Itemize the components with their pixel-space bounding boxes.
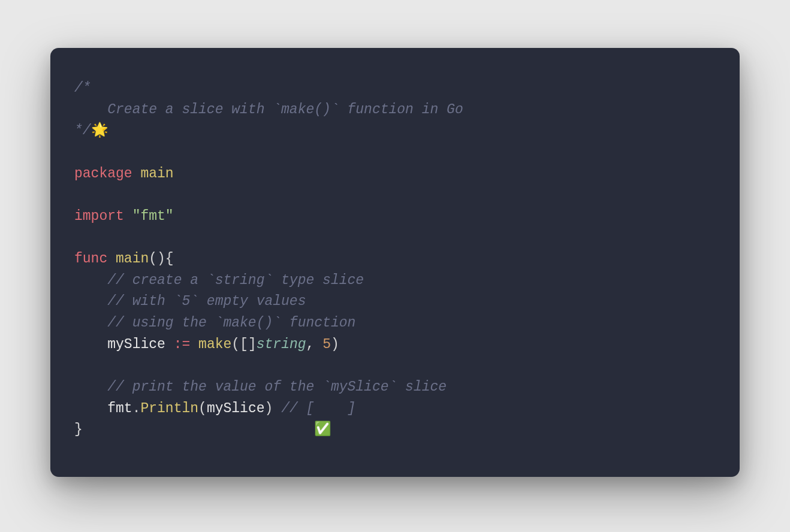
identifier: mySlice: [107, 337, 165, 352]
space: [124, 208, 132, 224]
code-block: /* Create a slice with `make()` function…: [74, 78, 716, 441]
space: [165, 337, 174, 352]
comment-line: // with `5` empty values: [107, 294, 306, 309]
operator: :=: [174, 337, 191, 352]
identifier: mySlice: [207, 401, 265, 416]
builtin-make: make: [198, 337, 231, 352]
indent: [74, 401, 107, 416]
keyword-func: func: [74, 251, 107, 267]
number-literal: 5: [322, 337, 331, 352]
punct: (){: [149, 251, 173, 267]
comment-block-end: */: [74, 123, 91, 138]
import-string: "fmt": [132, 208, 174, 224]
func-name-main: main: [116, 251, 149, 267]
comment-inline: // [ ]: [281, 401, 355, 416]
padding: [83, 422, 314, 437]
star-icon: 🌟: [91, 123, 108, 138]
space: [190, 337, 198, 352]
comment-line: // print the value of the `mySlice` slic…: [107, 379, 447, 395]
indent: [74, 315, 107, 331]
space: [273, 401, 281, 416]
comment-line: // using the `make()` function: [107, 315, 355, 331]
punct: ,: [306, 337, 323, 352]
punct: (: [198, 401, 207, 416]
comment-line: // create a `string` type slice: [107, 273, 364, 288]
keyword-package: package: [74, 166, 132, 182]
keyword-import: import: [74, 208, 124, 224]
punct: ): [331, 337, 339, 352]
comment-line: Create a slice with `make()` function in…: [74, 102, 463, 117]
indent: [74, 294, 107, 309]
code-snippet-card: /* Create a slice with `make()` function…: [50, 48, 740, 477]
comment-block-start: /*: [74, 80, 91, 96]
punct-close: }: [74, 422, 83, 437]
module-fmt: fmt: [107, 401, 132, 416]
type-string: string: [257, 337, 306, 352]
space: [107, 251, 116, 267]
dot: .: [132, 401, 141, 416]
punct: ([]: [231, 337, 256, 352]
package-name: main: [132, 166, 174, 182]
punct: ): [265, 401, 273, 416]
method-println: Println: [140, 401, 198, 416]
check-icon: ✅: [314, 422, 331, 437]
indent: [74, 379, 107, 395]
indent: [74, 337, 107, 352]
indent: [74, 273, 107, 288]
